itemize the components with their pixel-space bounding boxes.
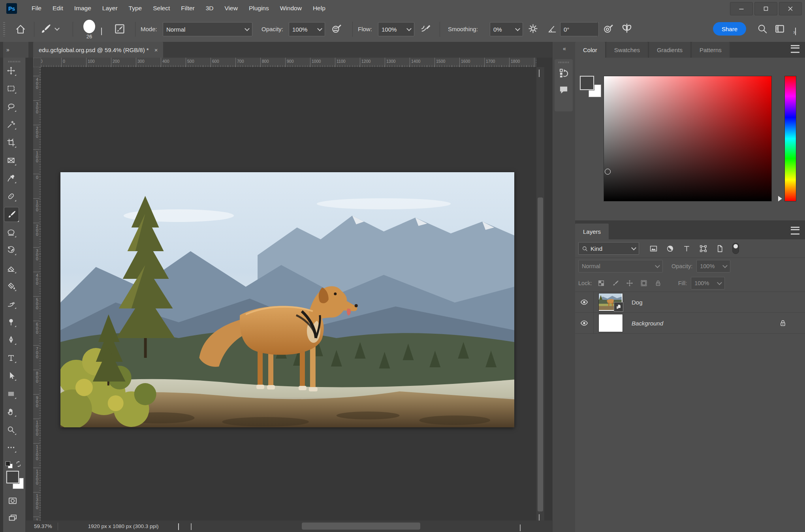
layer-name[interactable]: Dog	[632, 299, 643, 306]
close-button[interactable]	[779, 2, 802, 15]
scroll-up-arrow-icon[interactable]	[539, 70, 540, 77]
toolbar-grip[interactable]	[8, 61, 20, 62]
layer-visibility-toggle[interactable]	[575, 292, 594, 312]
layer-visibility-toggle[interactable]	[575, 313, 594, 333]
screen-mode-button[interactable]	[8, 513, 17, 523]
menu-item[interactable]: File	[26, 0, 47, 17]
tool-history-brush[interactable]	[6, 245, 16, 255]
tool-eraser[interactable]	[6, 263, 16, 273]
menu-item[interactable]: View	[219, 0, 243, 17]
tool-smudge[interactable]	[6, 299, 16, 308]
status-chevron-icon[interactable]	[178, 523, 179, 529]
scroll-right-arrow-icon[interactable]	[520, 524, 521, 530]
close-document-icon[interactable]: ×	[154, 47, 158, 53]
lock-pixels-icon[interactable]	[612, 280, 619, 287]
horizontal-ruler[interactable]: 0001002003004005006007008009001000110012…	[41, 58, 536, 68]
tool-object-selection[interactable]	[6, 120, 16, 129]
lock-transparency-icon[interactable]	[598, 280, 605, 287]
filter-pixel-layers-icon[interactable]	[649, 244, 658, 253]
tool-move[interactable]	[6, 66, 16, 75]
maximize-button[interactable]	[754, 2, 777, 15]
workspace-switcher-icon[interactable]	[774, 23, 785, 34]
tool-frame[interactable]	[6, 156, 16, 165]
layer-name[interactable]: Background	[632, 320, 663, 327]
lock-artboard-icon[interactable]	[640, 280, 647, 287]
menu-item[interactable]: Type	[123, 0, 148, 17]
canvas-image[interactable]	[60, 172, 514, 427]
layer-row-dog[interactable]: Dog	[575, 292, 805, 313]
layer-row-background[interactable]: Background	[575, 313, 805, 334]
tool-lasso[interactable]	[6, 102, 16, 111]
lock-all-icon[interactable]	[655, 280, 662, 287]
toggle-brush-settings-button[interactable]	[114, 23, 126, 35]
filter-smart-objects-icon[interactable]	[716, 244, 724, 253]
tab-color[interactable]: Color	[575, 42, 605, 58]
mode-dropdown[interactable]: Normal	[163, 22, 252, 36]
brush-size-picker[interactable]: 26	[81, 20, 98, 39]
history-panel-icon[interactable]	[555, 68, 573, 78]
menu-item[interactable]: Image	[69, 0, 97, 17]
horizontal-scrollbar-thumb[interactable]	[302, 523, 420, 530]
chevron-down-icon[interactable]	[101, 28, 102, 34]
layer-filter-kind-dropdown[interactable]: Kind	[578, 242, 639, 255]
layer-thumbnail[interactable]	[598, 314, 623, 332]
collapse-panels-chevron-icon[interactable]: »	[793, 29, 796, 35]
flow-dropdown[interactable]: 100%	[378, 22, 414, 36]
menu-item[interactable]: Select	[147, 0, 175, 17]
quick-mask-button[interactable]	[8, 496, 17, 506]
filter-adjustment-layers-icon[interactable]	[666, 244, 674, 253]
tablet-pressure-opacity-button[interactable]	[331, 23, 342, 34]
tool-eyedropper[interactable]	[6, 173, 16, 183]
menu-item[interactable]: Edit	[47, 0, 69, 17]
menu-item[interactable]: 3D	[200, 0, 219, 17]
document-tab[interactable]: edu.gcfglobal.org.psd @ 59.4% (RGB/8) * …	[33, 42, 163, 58]
color-field-cursor[interactable]	[605, 169, 611, 175]
tool-clone-stamp[interactable]	[6, 227, 16, 237]
paint-symmetry-button[interactable]	[621, 23, 633, 34]
menu-item[interactable]: Window	[275, 0, 307, 17]
tool-spot-healing-brush[interactable]	[6, 192, 16, 201]
lock-position-icon[interactable]	[626, 280, 633, 287]
color-panel-menu-icon[interactable]	[791, 45, 799, 53]
layer-filtering-toggle[interactable]	[732, 243, 739, 254]
filter-type-layers-icon[interactable]	[683, 244, 691, 253]
tool-crop[interactable]	[6, 138, 16, 147]
saturation-brightness-field[interactable]	[604, 76, 772, 201]
opacity-dropdown[interactable]: 100%	[289, 22, 325, 36]
options-bar-grip[interactable]	[3, 22, 5, 36]
vertical-scrollbar-thumb[interactable]	[538, 197, 543, 511]
tool-dodge[interactable]	[6, 317, 16, 327]
foreground-color-swatch[interactable]	[580, 76, 594, 90]
zoom-level-field[interactable]: 59.37%	[25, 523, 58, 529]
tab-swatches[interactable]: Swatches	[606, 42, 648, 58]
tab-patterns[interactable]: Patterns	[692, 42, 730, 58]
menu-item[interactable]: Help	[307, 0, 331, 17]
tab-layers[interactable]: Layers	[575, 224, 609, 239]
tool-rectangle[interactable]	[6, 389, 16, 399]
expand-toolbar-chevron-icon[interactable]: »	[6, 47, 9, 53]
filter-shape-layers-icon[interactable]	[699, 244, 707, 253]
layer-opacity-dropdown[interactable]: 100%	[696, 260, 730, 273]
minimize-button[interactable]	[730, 2, 753, 15]
tool-rectangular-marquee[interactable]	[6, 84, 16, 93]
tool-pen[interactable]	[6, 335, 16, 344]
menu-item[interactable]: Filter	[175, 0, 200, 17]
search-icon[interactable]	[757, 23, 767, 34]
comments-panel-icon[interactable]	[555, 85, 573, 95]
tool-zoom[interactable]	[6, 425, 16, 434]
ruler-origin[interactable]	[33, 58, 41, 67]
swap-colors-icon[interactable]	[15, 461, 22, 468]
share-button[interactable]: Share	[713, 22, 746, 36]
layers-panel-menu-icon[interactable]	[791, 227, 799, 235]
foreground-color-swatch[interactable]	[6, 471, 19, 483]
home-button[interactable]	[15, 24, 26, 35]
tablet-pressure-size-button[interactable]	[603, 23, 614, 34]
default-colors-icon[interactable]	[6, 461, 13, 468]
menu-item[interactable]: Layer	[97, 0, 123, 17]
edit-toolbar-ellipsis-icon[interactable]	[6, 443, 16, 452]
layer-thumbnail[interactable]	[598, 293, 623, 311]
collapse-panels-chevron-icon[interactable]: «	[563, 45, 565, 52]
brush-angle-input[interactable]: 0°	[560, 22, 599, 36]
tab-gradients[interactable]: Gradients	[649, 42, 690, 58]
airbrush-button[interactable]	[420, 23, 431, 34]
